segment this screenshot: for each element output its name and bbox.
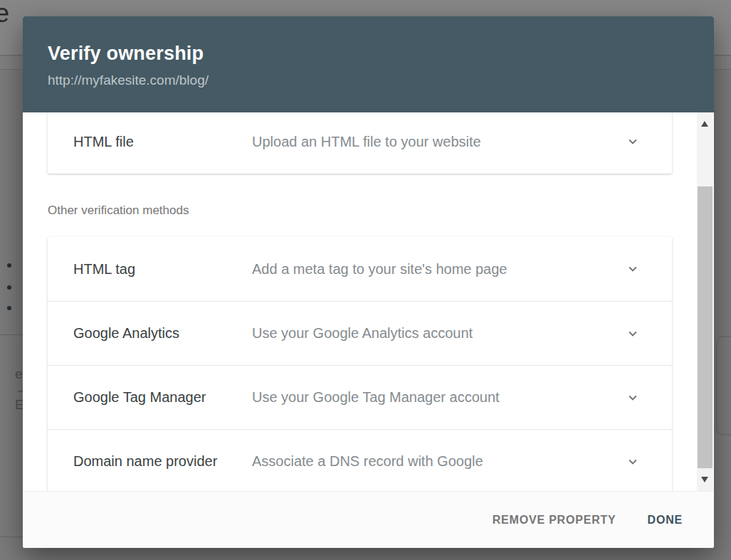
scrollbar-thumb[interactable] (698, 186, 712, 468)
method-name: Domain name provider (48, 453, 252, 470)
dialog-title: Verify ownership (48, 42, 714, 65)
method-description: Add a meta tag to your site's home page (252, 261, 625, 278)
method-description: Use your Google Tag Manager account (252, 389, 625, 406)
chevron-down-icon[interactable] (625, 134, 641, 149)
scroll-up-icon[interactable] (701, 121, 708, 127)
method-row[interactable]: Domain name provider Associate a DNS rec… (48, 429, 672, 491)
methods-scroll-area: HTML file Upload an HTML file to your we… (23, 112, 697, 491)
method-name: HTML file (48, 134, 252, 150)
method-name: Google Analytics (48, 325, 252, 342)
verify-ownership-dialog: Verify ownership http://myfakesite.com/b… (23, 16, 714, 548)
done-button[interactable]: DONE (642, 507, 688, 534)
method-row[interactable]: Google Tag Manager Use your Google Tag M… (48, 365, 672, 429)
dialog-header: Verify ownership http://myfakesite.com/b… (23, 16, 714, 112)
method-description: Use your Google Analytics account (252, 325, 625, 342)
chevron-down-icon[interactable] (625, 454, 641, 470)
property-url: http://myfakesite.com/blog/ (48, 73, 714, 88)
chevron-down-icon[interactable] (625, 390, 641, 406)
method-description: Associate a DNS record with Google (252, 453, 625, 470)
method-row[interactable]: HTML tag Add a meta tag to your site's h… (48, 237, 672, 301)
method-name: HTML tag (48, 261, 252, 278)
chevron-down-icon[interactable] (625, 326, 641, 342)
method-row[interactable]: Google Analytics Use your Google Analyti… (48, 301, 672, 365)
other-methods-card: HTML tag Add a meta tag to your site's h… (48, 237, 672, 491)
other-methods-label: Other verification methods (48, 204, 697, 218)
scrollbar-track[interactable] (697, 112, 713, 491)
screen: e e E Verify ownership http://myfakesite… (0, 0, 731, 560)
dialog-footer: REMOVE PROPERTY DONE (23, 491, 714, 548)
scroll-down-icon[interactable] (701, 477, 708, 482)
chevron-down-icon[interactable] (625, 261, 641, 277)
remove-property-button[interactable]: REMOVE PROPERTY (487, 507, 622, 534)
method-name: Google Tag Manager (48, 389, 252, 406)
method-row-html-file[interactable]: HTML file Upload an HTML file to your we… (48, 112, 672, 174)
recommended-method-card: HTML file Upload an HTML file to your we… (48, 112, 672, 174)
method-description: Upload an HTML file to your website (252, 134, 625, 150)
